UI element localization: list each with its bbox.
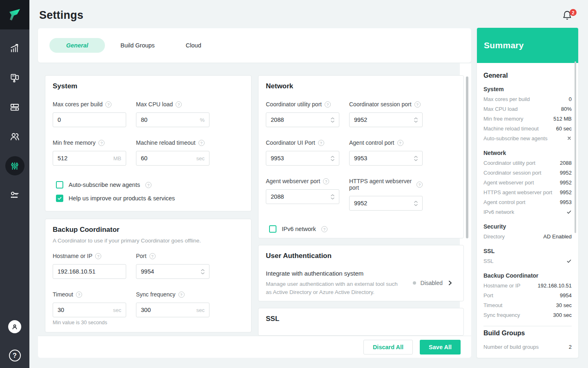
help-icon[interactable] [416,182,423,188]
sidebar-item-build-groups[interactable] [5,97,24,117]
number-stepper[interactable] [414,156,418,161]
max-cpu-input[interactable] [141,117,200,123]
summary-group-rows: SSL [483,256,572,266]
summary-row: Hostname or IP192.168.10.51 [483,280,572,290]
checkbox-label: Auto-subscribe new agents [69,182,140,188]
help-icon[interactable] [176,101,182,108]
help-icon[interactable] [95,253,101,259]
tab-build-groups[interactable]: Build Groups [105,38,170,53]
agents-icon [9,72,20,83]
help-icon[interactable] [397,140,403,146]
network-port-input[interactable] [354,117,414,123]
max-cores-input[interactable] [58,117,121,123]
summary-group-rows: Number of build groups2 [483,342,572,352]
timeout-input[interactable] [58,307,113,313]
summary-row-value: 9953 [560,199,572,205]
sidebar-item-settings[interactable] [5,156,24,175]
chevron-up-icon [414,156,418,158]
help-icon[interactable] [105,101,111,108]
number-stepper[interactable] [414,201,418,206]
license-key-icon [9,190,20,201]
ipv6-checkbox[interactable] [269,225,276,233]
number-stepper[interactable] [201,269,205,274]
number-stepper[interactable] [331,156,334,161]
chevron-down-icon [414,159,418,161]
summary-section-heading: General [483,72,572,79]
summary-row-label: Number of build groups [483,344,539,350]
settings-tabs: General Build Groups Cloud [38,28,471,63]
reload-timeout-input[interactable] [141,155,196,162]
sidebar-item-users[interactable] [5,127,24,146]
timeout-helper-text: Min value is 30 seconds [53,320,126,325]
field-label: Max cores per build [53,101,102,108]
system-card: System Max cores per build Max CPU load … [45,75,252,211]
min-memory-input[interactable] [58,155,114,162]
field-max-cores: Max cores per build [53,101,126,127]
field-label: Min free memory [53,139,96,146]
backup-coordinator-card: Backup Coordinator A Coordinator to use … [45,219,252,332]
number-stepper[interactable] [331,194,334,200]
summary-row: Number of build groups2 [483,342,572,352]
field-label: HTTPS agent webserver port [349,178,414,191]
auth-status-control[interactable]: Disabled [413,280,456,286]
summary-row: HTTPS agent webserver port9952 [483,187,572,197]
discard-all-button[interactable]: Discard All [363,340,413,355]
help-icon[interactable] [414,101,421,108]
cross-icon [567,136,572,141]
network-port-input[interactable] [354,155,414,162]
summary-row-label: Timeout [483,302,502,308]
build-groups-icon [9,102,20,112]
help-icon[interactable] [318,140,324,146]
network-field: Agent webserver port [266,178,339,211]
hostname-input[interactable] [58,268,121,275]
main-scrollbar-thumb[interactable] [466,76,468,238]
network-port-input[interactable] [271,155,331,162]
summary-row-value: 9952 [560,170,572,176]
summary-row-value: 60 sec [556,126,572,132]
logo[interactable] [0,0,29,29]
summary-scrollbar-thumb[interactable] [575,61,576,233]
summary-row-label: Min free memory [483,116,523,122]
network-port-input[interactable] [271,193,331,200]
tab-general[interactable]: General [49,38,105,53]
network-port-input[interactable] [354,200,414,206]
notifications-button[interactable]: 2 [562,10,576,25]
help-icon[interactable] [149,253,156,259]
chevron-up-icon [331,156,334,158]
save-all-button[interactable]: Save All [420,340,461,355]
sidebar-item-agents[interactable] [5,68,24,87]
summary-section-heading: Build Groups [483,330,572,337]
auto-subscribe-row: Auto-subscribe new agents [56,181,244,188]
help-icon[interactable] [145,182,151,188]
users-icon [9,131,20,142]
summary-row-label: Port [483,292,493,298]
chevron-up-icon [331,194,334,196]
user-avatar-icon[interactable] [8,320,21,333]
number-stepper[interactable] [331,117,334,123]
backup-port-input[interactable] [141,268,201,275]
tab-cloud[interactable]: Cloud [170,38,217,53]
improve-products-checkbox[interactable] [56,195,63,202]
help-icon[interactable] [321,226,327,232]
summary-row-label: SSL [483,258,494,264]
number-stepper[interactable] [414,117,418,123]
summary-row: Coordinator session port9952 [483,168,572,177]
help-icon[interactable] [76,292,82,298]
sync-frequency-input[interactable] [141,307,196,313]
auto-subscribe-checkbox[interactable] [56,181,63,188]
summary-group-name: Backup Coordinator [483,272,572,279]
help-icon[interactable] [325,101,331,108]
sidebar-item-monitor[interactable] [5,38,24,58]
backup-card-subtitle: A Coordinator to use if your primary Coo… [53,238,244,244]
summary-row-value: 0 [569,96,572,102]
help-icon[interactable] [178,292,185,298]
network-port-input[interactable] [271,117,331,123]
help-icon[interactable] [198,140,205,146]
sidebar-item-license[interactable] [5,186,24,205]
status-dot-icon [413,281,416,285]
help-icon[interactable] [323,178,329,184]
chevron-up-icon [331,117,334,119]
field-label: Coordinator utility port [266,101,322,108]
help-icon[interactable] [98,140,105,146]
help-icon[interactable] [9,350,21,361]
